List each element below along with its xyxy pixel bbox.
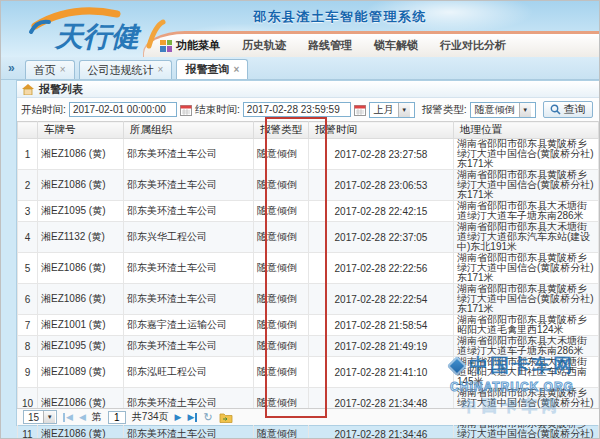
menu-item-2[interactable]: 历史轨迹 bbox=[242, 38, 286, 53]
tab-bar: » 首页 × 公司违规统计 × 报警查询 × bbox=[1, 57, 599, 80]
row-index: 5 bbox=[18, 253, 38, 284]
tab-close-icon[interactable]: × bbox=[233, 65, 239, 75]
page-size-select[interactable]: 15 ▼ bbox=[23, 410, 57, 424]
table-row[interactable]: 8 湘EZ1095 (黄) 邵东美环渣土车公司 随意倾倒 2017-02-28 … bbox=[18, 336, 599, 357]
row-org: 邵东泓旺工程公司 bbox=[124, 357, 254, 388]
tab-close-icon[interactable]: × bbox=[60, 65, 66, 75]
search-icon bbox=[550, 104, 561, 115]
row-org: 邵东美环渣土车公司 bbox=[124, 139, 254, 170]
row-location: 湖南省邵阳市邵东县黄陂桥乡绿汀大道中国信合(黄陂桥分社)东171米 bbox=[454, 253, 599, 284]
row-alarm-type: 随意倾倒 bbox=[254, 357, 309, 388]
menu-item-3[interactable]: 路线管理 bbox=[308, 38, 352, 53]
pagination-bar: 15 ▼ ◀ ◀ 第 共734页 ▶ ▶ ↻ bbox=[17, 408, 599, 425]
row-location: 湖南省邵阳市邵东县黄陂桥乡昭阳大道毛禽里西124米 bbox=[454, 315, 599, 336]
table-row[interactable]: 6 湘EZ1086 (黄) 邵东美环渣土车公司 随意倾倒 2017-02-28 … bbox=[18, 284, 599, 315]
col-location: 地理位置 bbox=[454, 122, 599, 139]
row-alarm-time: 2017-02-28 22:37:05 bbox=[309, 222, 454, 253]
row-location: 湖南省邵阳市邵东县黄陂桥乡绿汀大道中国信合(黄陂桥分社)东171米 bbox=[454, 170, 599, 201]
page-size-value: 15 bbox=[28, 412, 39, 423]
row-index: 1 bbox=[18, 139, 38, 170]
page-label: 第 bbox=[92, 410, 102, 424]
row-index: 9 bbox=[18, 357, 38, 388]
menu-item-5[interactable]: 行业对比分析 bbox=[440, 38, 506, 53]
tab-label: 首页 bbox=[34, 63, 56, 78]
menu-item-label: 路线管理 bbox=[308, 38, 352, 53]
row-alarm-time: 2017-02-28 23:27:58 bbox=[309, 139, 454, 170]
row-location: 湖南省邵阳市邵东县大禾塘街道绿汀大道车子塘东南286米 bbox=[454, 201, 599, 222]
row-plate: 湘EZ1086 (黄) bbox=[38, 253, 124, 284]
section-title: 报警列表 bbox=[39, 82, 83, 97]
row-plate: 湘EZ1095 (黄) bbox=[38, 336, 124, 357]
export-icon[interactable] bbox=[219, 412, 233, 423]
table-row[interactable]: 2 湘EZ1086 (黄) 邵东美环渣土车公司 随意倾倒 2017-02-28 … bbox=[18, 170, 599, 201]
alarm-type-select[interactable]: 随意倾倒 ▼ bbox=[470, 102, 536, 118]
tab-label: 公司违规统计 bbox=[88, 63, 154, 78]
row-location: 湖南省邵阳市邵东县黄陂桥乡绿汀大道中国信合(黄陂桥分社)东171米 bbox=[454, 284, 599, 315]
filter-bar: 开始时间: 结束时间: 上月 ▼ 报警类型: 随意倾倒 ▼ bbox=[17, 98, 599, 121]
alarm-table-body: 1 湘EZ1086 (黄) 邵东美环渣土车公司 随意倾倒 2017-02-28 … bbox=[18, 139, 599, 439]
refresh-icon[interactable]: ↻ bbox=[203, 411, 212, 424]
row-alarm-time: 2017-02-28 22:22:54 bbox=[309, 284, 454, 315]
tab[interactable]: 报警查询 × bbox=[176, 59, 248, 79]
page-number-input[interactable] bbox=[108, 411, 126, 424]
row-org: 邵东兴华工程公司 bbox=[124, 222, 254, 253]
menu-bar-items: 功能菜单 历史轨迹 路线管理 锁车解锁 行业对比分析 bbox=[160, 38, 506, 53]
table-row[interactable]: 9 湘EZ1089 (黄) 邵东泓旺工程公司 随意倾倒 2017-02-28 2… bbox=[18, 357, 599, 388]
range-select[interactable]: 上月 ▼ bbox=[369, 102, 415, 118]
end-time-input[interactable] bbox=[243, 102, 351, 117]
chevron-down-icon: ▼ bbox=[519, 103, 531, 117]
row-org: 邵东嘉宇渣土运输公司 bbox=[124, 315, 254, 336]
range-select-value: 上月 bbox=[374, 103, 394, 117]
prev-page-button[interactable]: ◀ bbox=[79, 413, 86, 422]
table-row[interactable]: 3 湘EZ1095 (黄) 邵东美环渣土车公司 随意倾倒 2017-02-28 … bbox=[18, 201, 599, 222]
row-alarm-time: 2017-02-28 22:42:15 bbox=[309, 201, 454, 222]
row-location: 湖南省邵阳市邵东县大禾塘街道昭阳大道大田社区车站西南145米 bbox=[454, 357, 599, 388]
col-index bbox=[18, 122, 38, 139]
end-time-label: 结束时间: bbox=[195, 103, 240, 117]
row-index: 6 bbox=[18, 284, 38, 315]
row-plate: 湘EZ1086 (黄) bbox=[38, 284, 124, 315]
table-row[interactable]: 7 湘EZ1001 (黄) 邵东嘉宇渣土运输公司 随意倾倒 2017-02-28… bbox=[18, 315, 599, 336]
menu-item-4[interactable]: 锁车解锁 bbox=[374, 38, 418, 53]
tab[interactable]: 首页 × bbox=[25, 60, 75, 79]
row-alarm-time: 2017-02-28 21:41:10 bbox=[309, 357, 454, 388]
row-org: 邵东美环渣土车公司 bbox=[124, 253, 254, 284]
search-button[interactable]: 查询 bbox=[543, 101, 593, 118]
row-alarm-type: 随意倾倒 bbox=[254, 222, 309, 253]
col-plate: 车牌号 bbox=[38, 122, 124, 139]
row-org: 邵东美环渣土车公司 bbox=[124, 336, 254, 357]
menu-item-label: 行业对比分析 bbox=[440, 38, 506, 53]
alarm-table: 车牌号 所属组织 报警类型 报警时间 地理位置 1 湘EZ1086 (黄) 邵东… bbox=[17, 121, 599, 439]
start-time-input[interactable] bbox=[69, 102, 177, 117]
last-page-button[interactable]: ▶ bbox=[187, 413, 197, 422]
tab-close-icon[interactable]: × bbox=[158, 65, 164, 75]
row-alarm-time: 2017-02-28 22:22:56 bbox=[309, 253, 454, 284]
search-button-label: 查询 bbox=[564, 102, 586, 117]
menu-bar: 功能菜单 历史轨迹 路线管理 锁车解锁 行业对比分析 bbox=[143, 31, 599, 57]
tab-label: 报警查询 bbox=[185, 62, 229, 77]
row-org: 邵东美环渣土车公司 bbox=[124, 201, 254, 222]
row-alarm-type: 随意倾倒 bbox=[254, 336, 309, 357]
row-org: 邵东美环渣土车公司 bbox=[124, 170, 254, 201]
app-window: 天行健 邵东县渣土车智能管理系统 功能菜单 历史轨迹 路线管理 锁车解锁 行业对… bbox=[0, 0, 600, 439]
tab[interactable]: 公司违规统计 × bbox=[79, 60, 173, 79]
first-page-button[interactable]: ◀ bbox=[63, 413, 73, 422]
calendar-icon[interactable] bbox=[180, 104, 192, 116]
calendar-icon[interactable] bbox=[354, 104, 366, 116]
sidebar-expand-button[interactable]: » bbox=[8, 61, 15, 75]
row-alarm-type: 随意倾倒 bbox=[254, 315, 309, 336]
row-location: 湖南省邵阳市邵东县黄陂桥乡绿汀大道中国信合(黄陂桥分社)东171米 bbox=[454, 139, 599, 170]
row-plate: 湘EZ1086 (黄) bbox=[38, 139, 124, 170]
table-row[interactable]: 1 湘EZ1086 (黄) 邵东美环渣土车公司 随意倾倒 2017-02-28 … bbox=[18, 139, 599, 170]
total-pages-label: 共734页 bbox=[132, 410, 169, 424]
home-icon bbox=[22, 84, 34, 95]
row-alarm-type: 随意倾倒 bbox=[254, 201, 309, 222]
table-row[interactable]: 4 湘EZ1132 (黄) 邵东兴华工程公司 随意倾倒 2017-02-28 2… bbox=[18, 222, 599, 253]
row-plate: 湘EZ1089 (黄) bbox=[38, 357, 124, 388]
table-row[interactable]: 5 湘EZ1086 (黄) 邵东美环渣土车公司 随意倾倒 2017-02-28 … bbox=[18, 253, 599, 284]
section-header: 报警列表 bbox=[17, 81, 599, 98]
row-org: 邵东美环渣土车公司 bbox=[124, 284, 254, 315]
row-index: 4 bbox=[18, 222, 38, 253]
row-alarm-type: 随意倾倒 bbox=[254, 284, 309, 315]
next-page-button[interactable]: ▶ bbox=[175, 413, 182, 422]
